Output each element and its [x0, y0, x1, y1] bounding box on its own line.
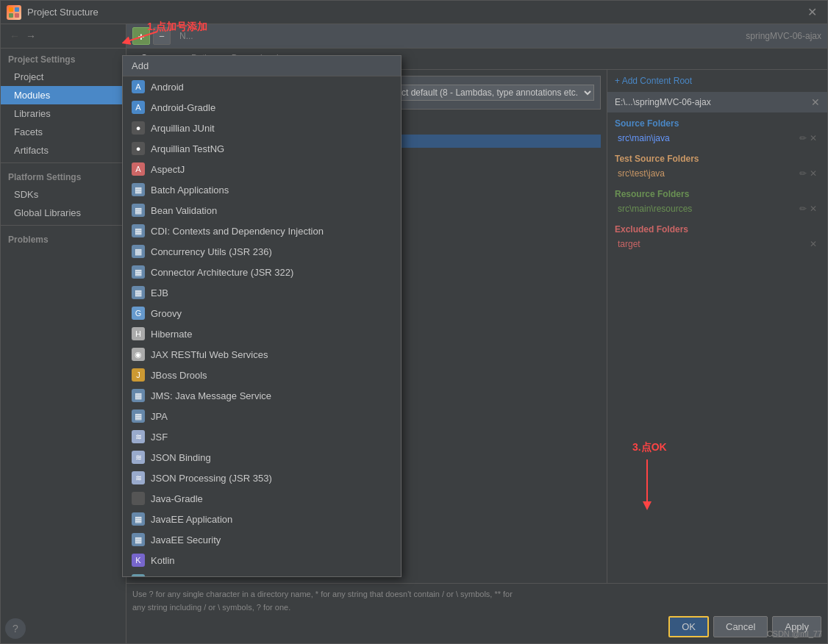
cancel-button[interactable]: Cancel	[713, 616, 768, 637]
excluded-folder-actions: ✕	[810, 239, 817, 249]
resource-folders-header: Resource Folders	[615, 189, 820, 199]
sidebar-item-global-libraries[interactable]: Global Libraries	[1, 204, 126, 222]
sidebar-item-libraries[interactable]: Libraries	[1, 104, 126, 123]
remove-resource-folder[interactable]: ✕	[810, 204, 817, 214]
bottom-bar: Use ? for any single character in a dire…	[126, 583, 827, 643]
resource-folder-entry-0: src\main\resources ✏ ✕	[615, 202, 820, 215]
tab-dependencies[interactable]: Dependencies	[223, 49, 297, 69]
remove-excluded-folder[interactable]: ✕	[810, 239, 817, 249]
sources-left-panel: This module's sources and classpath are …	[126, 70, 607, 583]
sidebar-item-modules[interactable]: Modules	[1, 86, 126, 104]
test-source-folder-entry-0: src\test\java ✏ ✕	[615, 167, 820, 180]
module-name-display: springMVC-06-ajax	[746, 31, 821, 41]
folder-tree: 📁 E:\...\springMVC-06-ajax	[132, 135, 601, 148]
app-icon	[7, 5, 21, 20]
problems-header: Problems	[1, 229, 126, 248]
add-content-root-area: + Add Content Root	[607, 70, 827, 92]
ok-button[interactable]: OK	[668, 616, 709, 637]
sources-content: This module's sources and classpath are …	[126, 70, 827, 583]
remove-source-folder[interactable]: ✕	[810, 133, 817, 143]
tab-paths[interactable]: Paths	[182, 49, 223, 69]
tab-sources[interactable]: Sources	[132, 49, 182, 69]
test-source-folders-header: Test Source Folders	[615, 154, 820, 164]
close-button[interactable]: ✕	[803, 4, 821, 21]
source-folders-section: Source Folders src\main\java ✏ ✕	[607, 115, 827, 151]
excluded-folder-entry-0: target ✕	[615, 237, 820, 251]
excluded-folders-section: Excluded Folders target ✕	[607, 221, 827, 257]
svg-rect-1	[15, 7, 19, 12]
folder-tab-tests[interactable]: 🧪 Tests	[171, 115, 204, 129]
window-title: Project Structure	[27, 7, 803, 18]
excluded-folder-path: target	[618, 239, 640, 249]
source-folders-header: Source Folders	[615, 118, 820, 129]
edit-source-folder[interactable]: ✏	[799, 133, 807, 143]
folder-type-tabs: Sources 🧪 Tests 📁 Resources 📁 Test Resou…	[132, 115, 601, 129]
module-tabs: Sources Paths Dependencies	[126, 49, 827, 70]
svg-rect-0	[9, 7, 13, 12]
project-settings-header: Project Settings	[1, 49, 126, 68]
content-root-path: E:\...\springMVC-06-ajax ✕	[607, 92, 827, 112]
sidebar-item-facets[interactable]: Facets	[1, 123, 126, 141]
navigation-bar: ← →	[1, 24, 126, 49]
back-button[interactable]: ←	[7, 29, 23, 43]
annotation-info: This module's sources and classpath are …	[132, 76, 601, 110]
source-folder-actions: ✏ ✕	[799, 133, 817, 143]
project-structure-window: Project Structure ✕ ← → Project Settings…	[0, 0, 828, 644]
remove-test-source-folder[interactable]: ✕	[810, 168, 817, 179]
platform-settings-header: Platform Settings	[1, 166, 126, 185]
test-source-folder-actions: ✏ ✕	[799, 168, 817, 179]
module-name-label: N...	[179, 31, 193, 41]
sidebar: ← → Project Settings Project Modules Lib…	[1, 24, 126, 643]
svg-rect-2	[9, 13, 13, 18]
folder-tab-test-resources[interactable]: 📁 Test Resources	[272, 115, 346, 129]
titlebar: Project Structure ✕	[1, 1, 827, 24]
apply-button[interactable]: Apply	[772, 616, 821, 637]
module-toolbar: + − N... springMVC-06-ajax	[126, 24, 827, 49]
language-level-dropdown[interactable]: Project default (8 - Lambdas, type annot…	[374, 85, 594, 101]
source-folder-path: src\main\java	[618, 133, 670, 143]
bottom-note-2: any string including / or \ symbols, ? f…	[132, 603, 821, 612]
add-content-root-button[interactable]: + Add Content Root	[615, 76, 692, 86]
source-folder-entry-0: src\main\java ✏ ✕	[615, 132, 820, 145]
sidebar-item-project[interactable]: Project	[1, 68, 126, 86]
folder-tab-excluded[interactable]: 🚫 Excluded	[352, 115, 402, 129]
sidebar-item-sdks[interactable]: SDKs	[1, 185, 126, 204]
test-source-folder-path: src\test\java	[618, 168, 665, 179]
bottom-actions: OK Cancel Apply	[132, 616, 821, 637]
sidebar-divider	[1, 162, 126, 163]
folder-tab-sources[interactable]: Sources	[132, 115, 165, 129]
help-button[interactable]: ?	[5, 618, 26, 639]
bottom-note-1: Use ? for any single character in a dire…	[132, 590, 821, 598]
resource-folder-path: src\main\resources	[618, 204, 692, 214]
resource-folder-actions: ✏ ✕	[799, 204, 817, 214]
main-panel: + − N... springMVC-06-ajax Sources Paths…	[126, 24, 827, 643]
folder-tab-resources[interactable]: 📁 Resources	[210, 115, 266, 129]
remove-module-button[interactable]: −	[153, 27, 171, 45]
edit-test-source-folder[interactable]: ✏	[799, 168, 807, 179]
forward-button[interactable]: →	[23, 29, 39, 43]
remove-root-button[interactable]: ✕	[811, 96, 820, 108]
excluded-folders-header: Excluded Folders	[615, 224, 820, 235]
sidebar-divider-2	[1, 225, 126, 226]
resource-folders-section: Resource Folders src\main\resources ✏ ✕	[607, 186, 827, 221]
sidebar-item-artifacts[interactable]: Artifacts	[1, 141, 126, 160]
add-module-button[interactable]: +	[132, 27, 150, 45]
content-roots-panel: + Add Content Root E:\...\springMVC-06-a…	[607, 70, 827, 583]
folder-tree-item[interactable]: 📁 E:\...\springMVC-06-ajax	[132, 135, 601, 148]
edit-resource-folder[interactable]: ✏	[799, 204, 807, 214]
test-source-folders-section: Test Source Folders src\test\java ✏ ✕	[607, 151, 827, 186]
svg-rect-3	[15, 13, 19, 18]
